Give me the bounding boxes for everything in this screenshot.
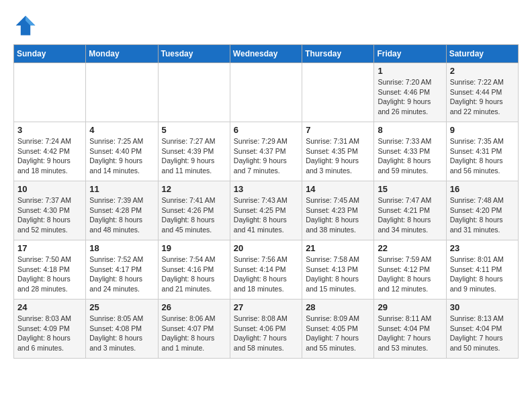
calendar-cell: 9Sunrise: 7:35 AM Sunset: 4:31 PM Daylig… [446,122,518,181]
weekday-header-row: SundayMondayTuesdayWednesdayThursdayFrid… [14,45,519,63]
weekday-friday: Friday [374,45,446,63]
day-info: Sunrise: 7:31 AM Sunset: 4:35 PM Dayligh… [306,136,370,176]
day-number: 27 [234,302,298,312]
weekday-saturday: Saturday [446,45,518,63]
calendar-cell: 7Sunrise: 7:31 AM Sunset: 4:35 PM Daylig… [302,122,374,181]
day-info: Sunrise: 8:05 AM Sunset: 4:08 PM Dayligh… [89,314,154,353]
day-number: 11 [89,184,154,194]
day-number: 13 [234,184,298,194]
day-number: 1 [378,66,442,76]
day-number: 9 [450,125,515,135]
day-number: 26 [162,302,226,312]
day-info: Sunrise: 8:03 AM Sunset: 4:09 PM Dayligh… [17,314,82,353]
calendar-cell: 5Sunrise: 7:27 AM Sunset: 4:39 PM Daylig… [158,122,230,181]
calendar-cell [230,63,302,122]
calendar-cell: 14Sunrise: 7:45 AM Sunset: 4:23 PM Dayli… [302,181,374,240]
day-info: Sunrise: 7:29 AM Sunset: 4:37 PM Dayligh… [234,136,298,176]
calendar-cell: 16Sunrise: 7:48 AM Sunset: 4:20 PM Dayli… [446,181,518,240]
calendar-cell [158,63,230,122]
calendar-cell: 27Sunrise: 8:08 AM Sunset: 4:06 PM Dayli… [230,300,302,359]
day-number: 10 [17,184,82,194]
weekday-thursday: Thursday [302,45,374,63]
day-info: Sunrise: 7:20 AM Sunset: 4:46 PM Dayligh… [378,77,442,117]
calendar-cell: 20Sunrise: 7:56 AM Sunset: 4:14 PM Dayli… [230,240,302,300]
calendar-cell: 24Sunrise: 8:03 AM Sunset: 4:09 PM Dayli… [14,300,86,359]
day-number: 22 [378,243,442,253]
day-number: 18 [89,243,154,253]
calendar-week-1: 1Sunrise: 7:20 AM Sunset: 4:46 PM Daylig… [14,63,519,122]
day-info: Sunrise: 7:27 AM Sunset: 4:39 PM Dayligh… [162,136,226,176]
day-number: 8 [378,125,442,135]
calendar-cell: 6Sunrise: 7:29 AM Sunset: 4:37 PM Daylig… [230,122,302,181]
calendar-cell: 23Sunrise: 8:01 AM Sunset: 4:11 PM Dayli… [446,240,518,300]
calendar-cell: 30Sunrise: 8:13 AM Sunset: 4:04 PM Dayli… [446,300,518,359]
day-info: Sunrise: 8:13 AM Sunset: 4:04 PM Dayligh… [450,314,515,353]
day-info: Sunrise: 8:01 AM Sunset: 4:11 PM Dayligh… [450,255,515,294]
day-number: 20 [234,243,298,253]
day-number: 7 [306,125,370,135]
day-info: Sunrise: 7:54 AM Sunset: 4:16 PM Dayligh… [162,255,226,294]
calendar-cell [86,63,158,122]
day-number: 19 [162,243,226,253]
calendar-cell: 4Sunrise: 7:25 AM Sunset: 4:40 PM Daylig… [86,122,158,181]
day-info: Sunrise: 8:11 AM Sunset: 4:04 PM Dayligh… [378,314,442,353]
day-info: Sunrise: 8:09 AM Sunset: 4:05 PM Dayligh… [306,314,370,353]
calendar-cell: 21Sunrise: 7:58 AM Sunset: 4:13 PM Dayli… [302,240,374,300]
day-info: Sunrise: 7:39 AM Sunset: 4:28 PM Dayligh… [89,195,154,235]
day-info: Sunrise: 7:41 AM Sunset: 4:26 PM Dayligh… [162,195,226,235]
day-info: Sunrise: 7:33 AM Sunset: 4:33 PM Dayligh… [378,136,442,176]
weekday-sunday: Sunday [14,45,86,63]
calendar-cell: 29Sunrise: 8:11 AM Sunset: 4:04 PM Dayli… [374,300,446,359]
day-number: 17 [17,243,82,253]
day-number: 25 [89,302,154,312]
day-info: Sunrise: 7:35 AM Sunset: 4:31 PM Dayligh… [450,136,515,176]
calendar-cell [302,63,374,122]
calendar-body: 1Sunrise: 7:20 AM Sunset: 4:46 PM Daylig… [14,63,519,359]
calendar-cell: 2Sunrise: 7:22 AM Sunset: 4:44 PM Daylig… [446,63,518,122]
day-info: Sunrise: 7:25 AM Sunset: 4:40 PM Dayligh… [89,136,154,176]
day-info: Sunrise: 7:43 AM Sunset: 4:25 PM Dayligh… [234,195,298,235]
calendar-cell: 10Sunrise: 7:37 AM Sunset: 4:30 PM Dayli… [14,181,86,240]
day-info: Sunrise: 7:47 AM Sunset: 4:21 PM Dayligh… [378,195,442,235]
day-info: Sunrise: 7:22 AM Sunset: 4:44 PM Dayligh… [450,77,515,117]
day-info: Sunrise: 7:24 AM Sunset: 4:42 PM Dayligh… [17,136,82,176]
weekday-tuesday: Tuesday [158,45,230,63]
day-number: 2 [450,66,515,76]
day-info: Sunrise: 7:56 AM Sunset: 4:14 PM Dayligh… [234,255,298,294]
day-number: 21 [306,243,370,253]
day-info: Sunrise: 8:06 AM Sunset: 4:07 PM Dayligh… [162,314,226,353]
calendar-cell: 8Sunrise: 7:33 AM Sunset: 4:33 PM Daylig… [374,122,446,181]
day-number: 15 [378,184,442,194]
day-number: 12 [162,184,226,194]
day-number: 3 [17,125,82,135]
day-info: Sunrise: 7:59 AM Sunset: 4:12 PM Dayligh… [378,255,442,294]
calendar-cell: 26Sunrise: 8:06 AM Sunset: 4:07 PM Dayli… [158,300,230,359]
calendar-cell: 17Sunrise: 7:50 AM Sunset: 4:18 PM Dayli… [14,240,86,300]
day-number: 29 [378,302,442,312]
day-number: 4 [89,125,154,135]
day-number: 5 [162,125,226,135]
day-info: Sunrise: 7:52 AM Sunset: 4:17 PM Dayligh… [89,255,154,294]
day-number: 24 [17,302,82,312]
logo [13,13,42,38]
day-number: 6 [234,125,298,135]
calendar-week-4: 17Sunrise: 7:50 AM Sunset: 4:18 PM Dayli… [14,240,519,300]
day-number: 30 [450,302,515,312]
calendar-week-5: 24Sunrise: 8:03 AM Sunset: 4:09 PM Dayli… [14,300,519,359]
calendar-header: SundayMondayTuesdayWednesdayThursdayFrid… [14,45,519,63]
calendar-cell: 11Sunrise: 7:39 AM Sunset: 4:28 PM Dayli… [86,181,158,240]
weekday-monday: Monday [86,45,158,63]
day-info: Sunrise: 7:50 AM Sunset: 4:18 PM Dayligh… [17,255,82,294]
calendar-cell: 15Sunrise: 7:47 AM Sunset: 4:21 PM Dayli… [374,181,446,240]
calendar-cell: 1Sunrise: 7:20 AM Sunset: 4:46 PM Daylig… [374,63,446,122]
calendar-cell: 18Sunrise: 7:52 AM Sunset: 4:17 PM Dayli… [86,240,158,300]
day-number: 14 [306,184,370,194]
calendar-table: SundayMondayTuesdayWednesdayThursdayFrid… [13,44,519,359]
calendar-cell [14,63,86,122]
page-header [13,13,519,38]
day-number: 28 [306,302,370,312]
day-info: Sunrise: 8:08 AM Sunset: 4:06 PM Dayligh… [234,314,298,353]
day-info: Sunrise: 7:37 AM Sunset: 4:30 PM Dayligh… [17,195,82,235]
calendar-cell: 13Sunrise: 7:43 AM Sunset: 4:25 PM Dayli… [230,181,302,240]
day-number: 16 [450,184,515,194]
